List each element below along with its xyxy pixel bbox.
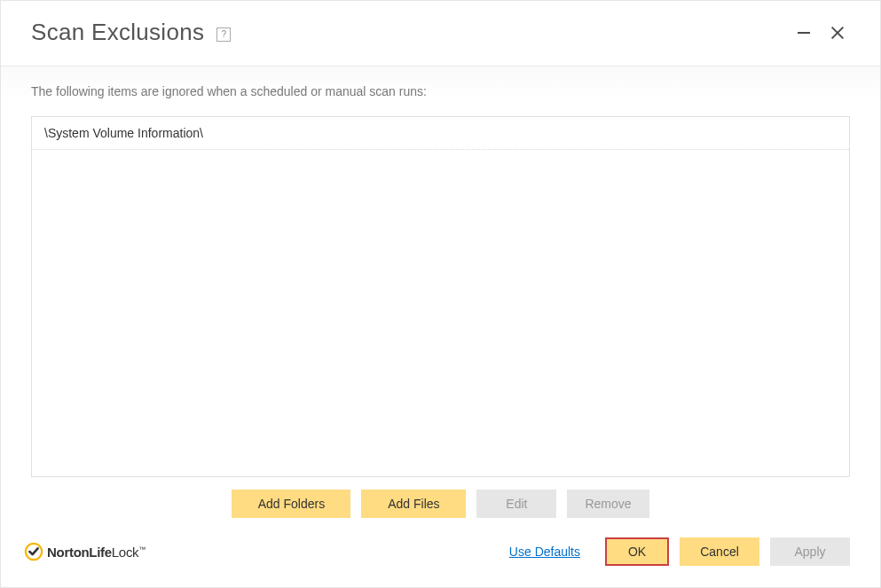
add-files-button[interactable]: Add Files	[361, 490, 466, 518]
window-controls	[797, 26, 862, 40]
logo-lock: Lock	[112, 545, 139, 560]
apply-button: Apply	[770, 537, 850, 566]
logo-life: Life	[89, 545, 111, 560]
logo-norton: Norton	[47, 545, 89, 560]
checkmark-shield-icon	[24, 542, 43, 561]
close-icon[interactable]	[830, 26, 845, 40]
window-header: Scan Exclusions ?	[1, 1, 880, 67]
content-area: The following items are ignored when a s…	[1, 67, 880, 530]
ok-button[interactable]: OK	[605, 537, 669, 566]
add-folders-button[interactable]: Add Folders	[232, 490, 350, 518]
footer-actions: Use Defaults OK Cancel Apply	[509, 537, 850, 566]
minimize-icon[interactable]	[797, 26, 811, 40]
footer-buttons: OK Cancel Apply	[605, 537, 850, 566]
edit-button: Edit	[476, 490, 556, 518]
help-icon[interactable]: ?	[216, 27, 231, 42]
cancel-button[interactable]: Cancel	[680, 537, 759, 566]
scan-exclusions-window: Scan Exclusions ? The following items ar…	[0, 0, 881, 588]
remove-button: Remove	[567, 490, 649, 518]
use-defaults-link[interactable]: Use Defaults	[509, 545, 580, 559]
window-title: Scan Exclusions	[31, 19, 204, 46]
logo-text: NortonLifeLock™	[47, 545, 146, 560]
action-buttons-row: Add Folders Add Files Edit Remove	[31, 477, 850, 530]
norton-logo: NortonLifeLock™	[24, 542, 146, 561]
trademark-icon: ™	[138, 545, 146, 553]
window-footer: NortonLifeLock™ Use Defaults OK Cancel A…	[1, 530, 880, 587]
description-text: The following items are ignored when a s…	[31, 84, 850, 98]
list-item[interactable]: \System Volume Information\	[32, 117, 849, 150]
exclusion-list[interactable]: \System Volume Information\	[31, 116, 850, 477]
